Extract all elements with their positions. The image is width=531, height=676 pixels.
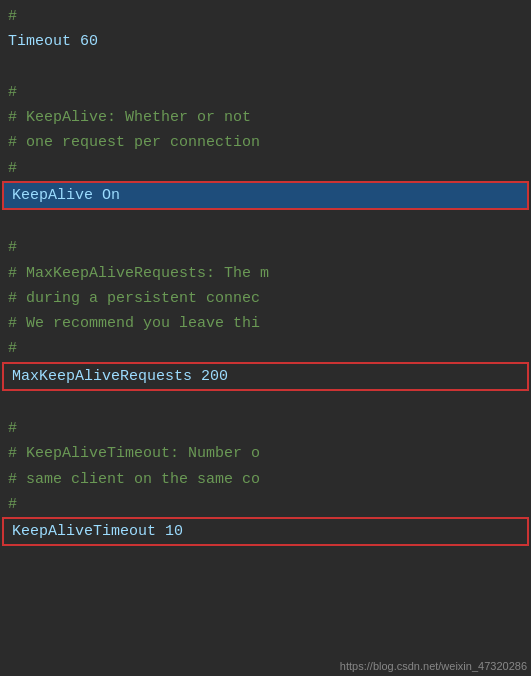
line-hash4: #: [0, 235, 531, 260]
line-keepalivetimeout: KeepAliveTimeout 10: [4, 519, 527, 544]
line-keepalivetimeout-comment1: # KeepAliveTimeout: Number o: [0, 441, 531, 466]
line-timeout: Timeout 60: [0, 29, 531, 54]
line-hash1: #: [0, 4, 531, 29]
code-editor: # Timeout 60 # # KeepAlive: Whether or n…: [0, 0, 531, 676]
line-blank3: [0, 391, 531, 416]
line-hash3: #: [0, 156, 531, 181]
line-keepalivetimeout-comment2: # same client on the same co: [0, 467, 531, 492]
line-keepalive-on-wrapper: KeepAlive On: [2, 181, 529, 210]
line-hash7: #: [0, 492, 531, 517]
line-hash2: #: [0, 80, 531, 105]
line-blank2: [0, 210, 531, 235]
line-blank1: [0, 55, 531, 80]
line-keepalivetimeout-wrapper: KeepAliveTimeout 10: [2, 517, 529, 546]
line-hash6: #: [0, 416, 531, 441]
line-maxkeep-comment2: # during a persistent connec: [0, 286, 531, 311]
watermark: https://blog.csdn.net/weixin_47320286: [340, 660, 527, 672]
line-maxkeepalive: MaxKeepAliveRequests 200: [4, 364, 527, 389]
line-maxkeep-comment1: # MaxKeepAliveRequests: The m: [0, 261, 531, 286]
line-maxkeepalive-wrapper: MaxKeepAliveRequests 200: [2, 362, 529, 391]
line-maxkeep-comment3: # We recommend you leave thi: [0, 311, 531, 336]
line-keepalive-comment2: # one request per connection: [0, 130, 531, 155]
line-hash5: #: [0, 336, 531, 361]
line-keepalive-on: KeepAlive On: [4, 183, 527, 208]
line-keepalive-comment1: # KeepAlive: Whether or not: [0, 105, 531, 130]
